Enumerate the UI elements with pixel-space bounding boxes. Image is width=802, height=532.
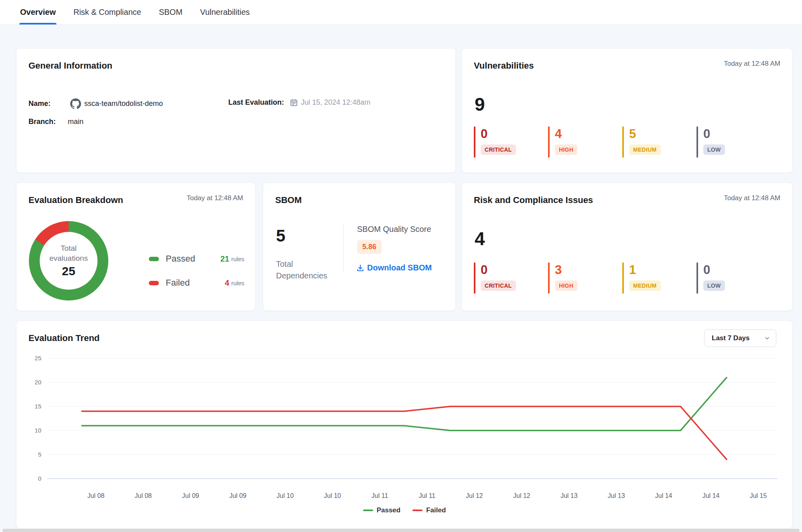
svg-text:Jul 08: Jul 08 xyxy=(135,492,152,499)
tab-sbom[interactable]: SBOM xyxy=(159,0,183,24)
svg-text:Jul 14: Jul 14 xyxy=(703,492,720,499)
vulnerabilities-severity-row: 0 CRITICAL 4 HIGH 5 MEDIUM 0 LOW xyxy=(474,126,745,158)
failed-label: Failed xyxy=(166,278,225,288)
donut-caption-line2: evaluations xyxy=(49,254,88,264)
severity-medium: 1 MEDIUM xyxy=(622,262,671,294)
general-information-card: General Information Name: ssca-team/todo… xyxy=(16,48,456,173)
risk-compliance-card: Risk and Compliance Issues Today at 12:4… xyxy=(461,183,793,311)
severity-low: 0 LOW xyxy=(696,262,745,294)
last-evaluation-value: Jul 15, 2024 12:48am xyxy=(301,98,370,107)
critical-count: 0 xyxy=(481,263,516,277)
severity-bar xyxy=(548,262,550,294)
evaluation-donut-chart: Total evaluations 25 xyxy=(29,221,108,301)
total-dependencies-count: 5 xyxy=(276,226,285,246)
trend-legend-failed-label: Failed xyxy=(426,506,446,514)
last-evaluation-row: Last Evaluation: Jul 15, 2024 12:48am xyxy=(228,98,370,107)
svg-text:10: 10 xyxy=(35,427,41,434)
passed-pill-icon xyxy=(149,257,159,261)
sbom-quality-score-label: SBOM Quality Score xyxy=(357,225,431,234)
failed-pill-icon xyxy=(149,281,159,285)
donut-total: 25 xyxy=(62,264,75,278)
passed-count: 21 xyxy=(220,254,229,264)
svg-text:Jul 09: Jul 09 xyxy=(182,492,199,499)
severity-bar xyxy=(622,262,624,294)
download-icon xyxy=(356,264,364,272)
svg-text:Jul 13: Jul 13 xyxy=(608,492,625,499)
low-badge: LOW xyxy=(703,280,725,291)
vulnerabilities-timestamp: Today at 12:48 AM xyxy=(724,60,780,68)
trend-legend-failed: Failed xyxy=(412,506,446,514)
svg-text:Jul 13: Jul 13 xyxy=(560,492,578,499)
severity-critical: 0 CRITICAL xyxy=(474,126,523,158)
svg-text:Jul 12: Jul 12 xyxy=(466,492,483,499)
svg-text:Jul 08: Jul 08 xyxy=(87,492,105,499)
evaluation-trend-card: Evaluation Trend Last 7 Days 0510152025J… xyxy=(16,321,793,529)
high-badge: HIGH xyxy=(555,144,577,155)
branch-label: Branch: xyxy=(28,118,68,126)
severity-bar xyxy=(696,126,698,158)
repo-name-value: ssca-team/todolist-demo xyxy=(84,99,163,108)
passed-line-icon xyxy=(363,510,373,511)
tab-risk-compliance[interactable]: Risk & Compliance xyxy=(73,0,141,24)
medium-badge: MEDIUM xyxy=(629,144,661,155)
severity-critical: 0 CRITICAL xyxy=(474,262,523,294)
vulnerabilities-title: Vulnerabilities xyxy=(474,61,534,71)
tab-vulnerabilities-label: Vulnerabilities xyxy=(200,8,250,17)
download-sbom-label: Download SBOM xyxy=(367,263,432,272)
horizontal-scrollbar[interactable] xyxy=(2,529,800,532)
svg-text:20: 20 xyxy=(35,379,41,386)
svg-text:0: 0 xyxy=(38,475,41,482)
critical-count: 0 xyxy=(481,127,516,141)
svg-text:Jul 10: Jul 10 xyxy=(276,492,294,499)
tab-bar: Overview Risk & Compliance SBOM Vulnerab… xyxy=(0,0,802,25)
severity-bar xyxy=(696,262,698,294)
svg-text:Jul 10: Jul 10 xyxy=(324,492,341,499)
vertical-divider xyxy=(343,223,344,272)
legend-failed-row: Failed 4 rules xyxy=(149,276,244,290)
svg-text:5: 5 xyxy=(38,451,41,458)
name-label: Name: xyxy=(28,99,61,108)
risk-compliance-total: 4 xyxy=(475,228,485,250)
vulnerabilities-card: Vulnerabilities Today at 12:48 AM 9 0 CR… xyxy=(461,48,793,173)
total-dependencies-label: Total Dependencies xyxy=(276,258,327,282)
evaluation-breakdown-card: Evaluation Breakdown Today at 12:48 AM T… xyxy=(16,183,256,311)
sbom-title: SBOM xyxy=(275,195,302,205)
tab-risk-compliance-label: Risk & Compliance xyxy=(73,8,141,17)
severity-bar xyxy=(474,262,475,294)
severity-bar xyxy=(622,126,624,158)
failed-count: 4 xyxy=(225,278,229,288)
trend-legend-passed-label: Passed xyxy=(377,506,401,514)
medium-count: 5 xyxy=(629,127,661,141)
severity-medium: 5 MEDIUM xyxy=(622,126,671,158)
severity-low: 0 LOW xyxy=(696,126,745,158)
risk-severity-row: 0 CRITICAL 3 HIGH 1 MEDIUM 0 LOW xyxy=(474,262,745,294)
breakdown-legend: Passed 21 rules Failed 4 rules xyxy=(149,252,244,300)
tab-vulnerabilities[interactable]: Vulnerabilities xyxy=(200,0,250,24)
evaluation-breakdown-timestamp: Today at 12:48 AM xyxy=(187,194,243,202)
severity-high: 4 HIGH xyxy=(548,126,597,158)
svg-text:Jul 15: Jul 15 xyxy=(750,492,767,499)
svg-text:Jul 14: Jul 14 xyxy=(655,492,672,499)
tab-overview[interactable]: Overview xyxy=(20,0,56,24)
download-sbom-link[interactable]: Download SBOM xyxy=(356,263,432,272)
high-badge: HIGH xyxy=(555,280,577,291)
branch-value: main xyxy=(68,118,83,126)
donut-caption-line1: Total xyxy=(49,244,88,254)
failed-line-icon xyxy=(412,510,422,511)
severity-high: 3 HIGH xyxy=(548,262,597,294)
vulnerabilities-total: 9 xyxy=(475,93,485,115)
calendar-icon xyxy=(290,98,298,107)
medium-count: 1 xyxy=(629,263,661,277)
svg-text:Jul 11: Jul 11 xyxy=(372,492,388,499)
tab-overview-label: Overview xyxy=(20,8,56,17)
severity-bar xyxy=(474,126,475,158)
passed-label: Passed xyxy=(166,254,220,264)
passed-unit: rules xyxy=(231,256,244,262)
svg-text:Jul 12: Jul 12 xyxy=(513,492,530,499)
failed-unit: rules xyxy=(231,280,244,286)
low-count: 0 xyxy=(703,263,725,277)
github-icon xyxy=(70,98,81,109)
severity-bar xyxy=(548,126,550,158)
low-badge: LOW xyxy=(703,144,725,155)
sbom-quality-score-badge: 5.86 xyxy=(357,240,382,254)
